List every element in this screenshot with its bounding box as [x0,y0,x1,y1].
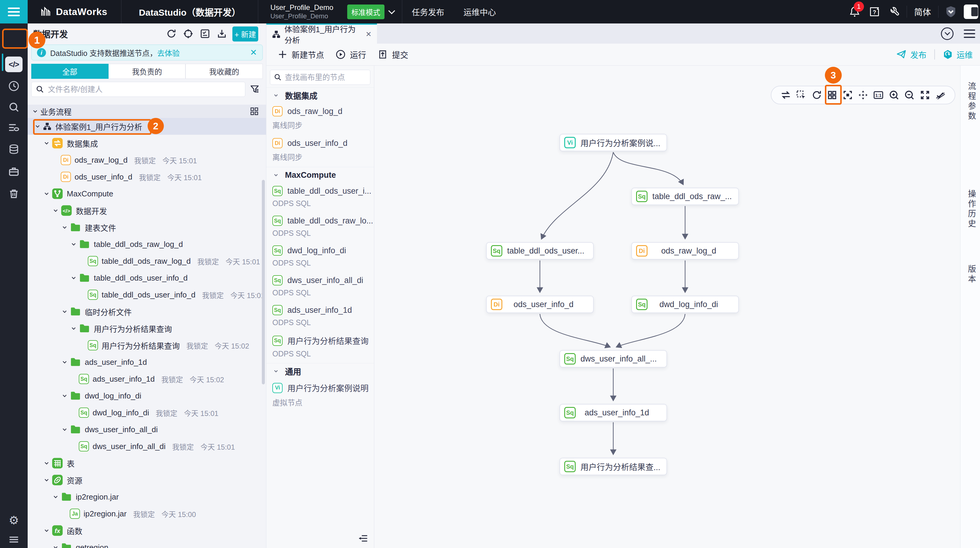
tab-versions[interactable]: 版本 [966,264,977,285]
banner-link[interactable]: 去体验 [157,47,180,58]
dag-node-result[interactable]: Sq用户行为分析结果查... [560,458,667,475]
tree-row[interactable]: 体验案例1_用户行为分析 [28,118,266,135]
tab-operation-history[interactable]: 操作历史 [966,190,977,229]
draggable-node-item[interactable]: Diods_user_info_d 离线同步 [266,135,374,167]
tree-row[interactable]: Sq dwd_log_info_di 我锁定 今天 15:01 [28,404,266,421]
tree-row[interactable]: 表 [28,455,266,472]
create-new-button[interactable]: + 新建 [232,27,258,41]
action-play-icon[interactable]: 运行 [336,49,366,61]
tools-button[interactable] [885,6,904,18]
rail-item-menu-lines-icon[interactable] [0,530,28,548]
workspace-switcher[interactable]: User_Profile_Demo User_Profile_Demo [258,3,345,21]
tree-row[interactable]: getregion [28,539,266,548]
collapse-panel-icon[interactable] [358,533,369,544]
chevron-down-icon[interactable] [41,190,52,197]
language-switch[interactable]: 简体 [909,6,936,18]
draggable-node-item[interactable]: Sqtable_ddl_ods_raw_lo... ODPS SQL [266,213,374,242]
canvas-node-search-box[interactable] [270,70,371,85]
tree-row[interactable]: 建表文件 [28,219,266,236]
help-button[interactable]: ? [865,6,885,18]
rail-item-list-settings-icon[interactable] [0,118,28,137]
tree-row[interactable]: 数据集成 [28,135,266,151]
dag-canvas[interactable]: Vi用户行为分析案例说... Sqtable_ddl_ods_raw_... S… [374,65,960,548]
tree-row[interactable]: MaxCompute [28,185,266,202]
tree-row[interactable]: 临时分析文件 [28,303,266,320]
chevron-down-icon[interactable] [59,308,70,315]
dag-node-vi_note[interactable]: Vi用户行为分析案例说... [560,134,667,151]
import-icon[interactable] [217,29,227,39]
refresh-icon[interactable] [810,88,823,102]
fit-center-icon[interactable] [856,88,870,102]
tab-close-icon[interactable]: ✕ [366,30,372,38]
tree-row[interactable]: Di ods_user_info_d 我锁定 今天 15:01 [28,169,266,185]
dag-node-ads[interactable]: Sqads_user_info_1d [560,404,667,421]
draggable-node-item[interactable]: Vi用户行为分析案例说明 虚拟节点 [266,379,374,413]
chevron-down-icon[interactable] [32,123,43,130]
avatar[interactable] [964,5,978,19]
chevron-down-icon[interactable] [41,527,52,534]
scope-tab-0[interactable]: 全部 [31,64,108,79]
chevron-down-icon[interactable] [68,325,79,332]
canvas-node-search-input[interactable] [285,73,366,82]
rail-item-gear-icon[interactable]: ⚙ [0,511,28,530]
tree-row[interactable]: Sq dws_user_info_all_di 我锁定 今天 15:01 [28,438,266,455]
scope-tab-2[interactable]: 我收藏的 [186,64,263,79]
chevron-down-icon[interactable] [59,392,70,399]
file-search-input[interactable] [48,85,241,94]
tree-row[interactable]: table_ddl_ods_raw_log_d [28,236,266,253]
zoom-out-icon[interactable] [903,88,916,102]
dag-node-ddl_raw[interactable]: Sqtable_ddl_ods_raw_... [631,188,739,205]
tree-row[interactable]: ads_user_info_1d [28,354,266,371]
chevron-down-icon[interactable] [59,426,70,433]
scope-tab-1[interactable]: 我负责的 [108,64,186,79]
tree-row[interactable]: dws_user_info_all_di [28,421,266,438]
chevron-down-icon[interactable] [51,544,61,548]
zoom-in-icon[interactable] [888,88,900,102]
dag-node-ods_user[interactable]: Diods_user_info_d [486,296,594,313]
draggable-node-item[interactable]: Sqdws_user_info_all_di ODPS SQL [266,272,374,302]
rail-item-code-icon[interactable]: </> [0,55,28,74]
draggable-node-item[interactable]: Diods_raw_log_d 离线同步 [266,103,374,135]
tree-row[interactable]: Sq ads_user_info_1d 我锁定 今天 15:02 [28,371,266,387]
tree-row[interactable]: 资源 [28,472,266,489]
locate-icon[interactable] [183,29,193,39]
tab-user-behavior-analysis[interactable]: 体验案例1_用户行为分析 ✕ [266,24,377,44]
rail-item-briefcase-icon[interactable] [0,162,28,181]
tree-row[interactable]: Sq 用户行为分析结果查询 我锁定 今天 15:02 [28,337,266,354]
checklist-icon[interactable] [200,29,210,39]
tree-row[interactable]: Ja ip2region.jar 我锁定 今天 15:00 [28,505,266,522]
chevron-down-icon[interactable] [41,460,52,467]
one-to-one-icon[interactable]: 1:1 [872,88,885,102]
dag-node-ods_raw[interactable]: Diods_raw_log_d [631,242,739,260]
draggable-node-item[interactable]: Sqtable_ddl_ods_user_i... ODPS SQL [266,183,374,213]
topbar-menu-item-1[interactable]: 运维中心 [454,6,506,18]
notifications-button[interactable]: 1 [845,6,865,18]
tree-row[interactable]: </> 数据开发 [28,202,266,219]
main-menu-button[interactable] [0,0,28,24]
chevron-down-icon[interactable] [388,8,395,14]
tree-section-business-flow[interactable]: 业务流程 [28,105,266,118]
draggable-node-item[interactable]: Sq用户行为分析结果查询 ODPS SQL [266,332,374,363]
frame-icon[interactable] [841,88,854,102]
swap-icon[interactable] [779,88,792,102]
refresh-icon[interactable] [166,29,177,39]
link-paper-plane-icon[interactable]: 发布 [896,49,926,61]
filter-icon[interactable] [249,84,260,94]
dag-node-dws[interactable]: Sqdws_user_info_all_... [560,350,667,368]
node-section-header[interactable]: 通用 [266,363,374,379]
node-section-header[interactable]: MaxCompute [266,167,374,183]
tree-row[interactable]: ip2region.jar [28,489,266,505]
rail-item-trash-icon[interactable] [0,184,28,203]
dag-node-ddl_user[interactable]: Sqtable_ddl_ods_user... [486,242,594,260]
chevron-down-icon[interactable] [51,207,61,214]
tree-row[interactable]: table_ddl_ods_user_info_d [28,269,266,286]
chevron-down-icon[interactable] [41,140,52,147]
node-section-header[interactable]: 数据集成 [266,88,374,103]
tree-row[interactable]: 用户行为分析结果查询 [28,320,266,337]
fullscreen-icon[interactable] [918,88,932,102]
banner-close-icon[interactable]: ✕ [250,48,257,57]
tab-flow-parameters[interactable]: 流程参数 [966,82,977,121]
dag-node-dwd[interactable]: Sqdwd_log_info_di [631,296,739,313]
action-plus-icon[interactable]: 新建节点 [278,49,324,61]
draggable-node-item[interactable]: Sqads_user_info_1d ODPS SQL [266,302,374,332]
